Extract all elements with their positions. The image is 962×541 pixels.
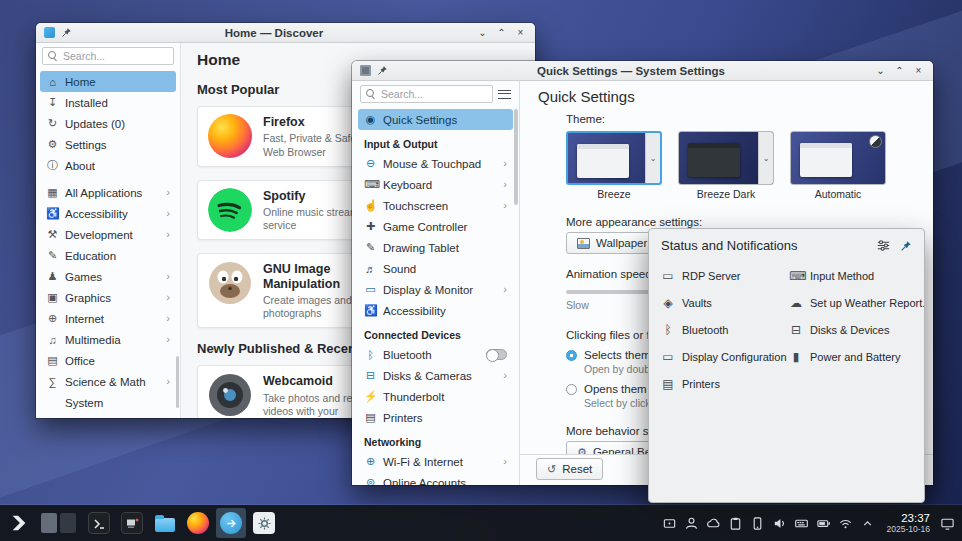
maximize-button[interactable]: ⌃ — [893, 66, 906, 76]
tray-item-printers[interactable]: ▤ Printers — [661, 370, 789, 397]
show-desktop-panel-icon[interactable] — [938, 510, 957, 536]
sidebar-item-graphics[interactable]: ▣ Graphics › — [40, 287, 176, 308]
theme-dropdown-button[interactable]: ⌄ — [645, 133, 660, 183]
wallpaper-button[interactable]: Wallpaper — [566, 232, 658, 254]
tray-item-vaults[interactable]: ◈ Vaults — [661, 289, 789, 316]
battery-tray-icon[interactable] — [814, 510, 833, 536]
task-konsole[interactable] — [84, 508, 114, 538]
theme-card-breeze[interactable]: ⌄ Breeze — [566, 131, 662, 200]
minimize-button[interactable]: ⌄ — [874, 66, 887, 76]
maximize-button[interactable]: ⌃ — [495, 28, 508, 38]
keyboard-layout-tray-icon[interactable] — [792, 510, 811, 536]
user-tray-icon[interactable] — [682, 510, 701, 536]
settings-nav-display-monitor[interactable]: ▭ Display & Monitor › — [358, 279, 513, 300]
tray-item-disks-devices[interactable]: ⊟ Disks & Devices — [789, 316, 925, 343]
sidebar-item-multimedia[interactable]: ♫ Multimedia › — [40, 329, 176, 350]
theme-card-automatic[interactable]: Automatic — [790, 131, 886, 200]
virtual-desktop-pager[interactable] — [41, 513, 76, 533]
clipboard-tray-icon[interactable] — [726, 510, 745, 536]
settings-nav-mouse-touchpad[interactable]: ⊖ Mouse & Touchpad › — [358, 153, 513, 174]
theme-preview-breeze-dark[interactable]: ⌄ — [678, 131, 774, 185]
app-launcher-button[interactable] — [5, 508, 33, 538]
desktop-2[interactable] — [60, 513, 76, 533]
settings-nav-quick-settings[interactable]: ◉ Quick Settings — [358, 109, 513, 130]
reset-button[interactable]: ↺ Reset — [536, 458, 603, 480]
pin-icon[interactable] — [900, 240, 912, 252]
tray-item-input-method[interactable]: ⌨ Input Method — [789, 262, 925, 289]
settings-nav-sound[interactable]: ♬ Sound — [358, 258, 513, 279]
task-discover-active[interactable] — [216, 508, 246, 538]
tray-item-display-configuration[interactable]: ▭ Display Configuration — [661, 343, 789, 370]
network-tray-icon[interactable] — [836, 510, 855, 536]
chevron-right-icon: › — [503, 456, 507, 467]
task-firefox[interactable] — [183, 508, 213, 538]
settings-nav-printers[interactable]: ▤ Printers — [358, 407, 513, 428]
sidebar-item-updates[interactable]: ↻ Updates (0) — [40, 113, 176, 134]
monitor-icon: ▭ — [364, 283, 377, 296]
pin-icon[interactable] — [61, 27, 72, 38]
sidebar-item-games[interactable]: ♟ Games › — [40, 266, 176, 287]
phone-link-tray-icon[interactable] — [748, 510, 767, 536]
sidebar-item-installed[interactable]: ↧ Installed — [40, 92, 176, 113]
tray-item-bluetooth[interactable]: ᛒ Bluetooth — [661, 316, 789, 343]
sidebar-item-settings[interactable]: ⚙ Settings — [40, 134, 176, 155]
sidebar-scrollbar[interactable] — [176, 356, 179, 408]
close-button[interactable]: × — [912, 66, 925, 76]
settings-nav-disks-cameras[interactable]: ⊟ Disks & Cameras › — [358, 365, 513, 386]
screen-icon: ▭ — [661, 269, 675, 283]
radio-button-unchecked[interactable] — [566, 384, 577, 395]
sidebar-item-accessibility[interactable]: ♿ Accessibility › — [40, 203, 176, 224]
bluetooth-toggle[interactable] — [486, 349, 507, 360]
expand-tray-chevron-up-icon[interactable] — [858, 510, 877, 536]
tray-item-power-battery[interactable]: ▮ Power and Battery — [789, 343, 925, 370]
task-app[interactable] — [117, 508, 147, 538]
settings-search-input[interactable] — [381, 88, 487, 100]
settings-nav-drawing-tablet[interactable]: ✎ Drawing Tablet — [358, 237, 513, 258]
sidebar-item-internet[interactable]: ⊕ Internet › — [40, 308, 176, 329]
task-system-settings[interactable] — [249, 508, 279, 538]
sidebar-item-office[interactable]: ▤ Office — [40, 350, 176, 371]
tray-item-rdp-server[interactable]: ▭ RDP Server — [661, 262, 789, 289]
radio-button-checked[interactable] — [566, 350, 577, 361]
settings-nav-keyboard[interactable]: ⌨ Keyboard › — [358, 174, 513, 195]
task-dolphin[interactable] — [150, 508, 180, 538]
tray-item-weather[interactable]: ☁ Set up Weather Report... — [789, 289, 925, 316]
wifi-icon: ⊕ — [364, 455, 377, 468]
sidebar-item-system[interactable]: System — [40, 392, 176, 413]
sidebar-scrollbar[interactable] — [514, 109, 518, 205]
hamburger-menu-icon[interactable] — [498, 90, 511, 99]
sidebar-item-education[interactable]: ✎ Education — [40, 245, 176, 266]
settings-search[interactable] — [360, 85, 493, 103]
settings-nav-touchscreen[interactable]: ☝ Touchscreen › — [358, 195, 513, 216]
settings-nav-accessibility[interactable]: ♿ Accessibility — [358, 300, 513, 321]
theme-dropdown-button[interactable]: ⌄ — [758, 132, 773, 184]
grid-icon: ▦ — [46, 186, 59, 199]
settings-nav-bluetooth[interactable]: ᛒ Bluetooth — [358, 344, 513, 365]
theme-card-breeze-dark[interactable]: ⌄ Breeze Dark — [678, 131, 774, 200]
desktop-1[interactable] — [41, 513, 57, 533]
theme-preview-breeze[interactable]: ⌄ — [566, 131, 662, 185]
theme-preview-automatic[interactable] — [790, 131, 886, 185]
close-button[interactable]: × — [514, 28, 527, 38]
pin-icon[interactable] — [377, 65, 388, 76]
science-icon: ∑ — [46, 376, 59, 388]
sidebar-item-development[interactable]: ⚒ Development › — [40, 224, 176, 245]
sidebar-item-about[interactable]: ⓘ About — [40, 155, 176, 176]
settings-nav-online-accounts[interactable]: ⊚ Online Accounts — [358, 472, 513, 485]
cloud-tray-icon[interactable] — [704, 510, 723, 536]
tablet-tray-icon[interactable] — [660, 510, 679, 536]
volume-tray-icon[interactable] — [770, 510, 789, 536]
discover-titlebar[interactable]: Home — Discover ⌄ ⌃ × — [36, 23, 535, 43]
sidebar-item-all-applications[interactable]: ▦ All Applications › — [40, 182, 176, 203]
settings-nav-wifi-internet[interactable]: ⊕ Wi-Fi & Internet › — [358, 451, 513, 472]
settings-nav-game-controller[interactable]: ✚ Game Controller — [358, 216, 513, 237]
discover-search[interactable] — [42, 47, 174, 65]
configure-icon[interactable] — [877, 239, 890, 252]
sidebar-item-science-math[interactable]: ∑ Science & Math › — [40, 371, 176, 392]
discover-search-input[interactable] — [63, 50, 168, 62]
digital-clock[interactable]: 23:37 2025-10-16 — [887, 512, 930, 535]
sidebar-item-home[interactable]: ⌂ Home — [40, 71, 176, 92]
settings-titlebar[interactable]: Quick Settings — System Settings ⌄ ⌃ × — [352, 61, 933, 81]
minimize-button[interactable]: ⌄ — [476, 28, 489, 38]
settings-nav-thunderbolt[interactable]: ⚡ Thunderbolt — [358, 386, 513, 407]
